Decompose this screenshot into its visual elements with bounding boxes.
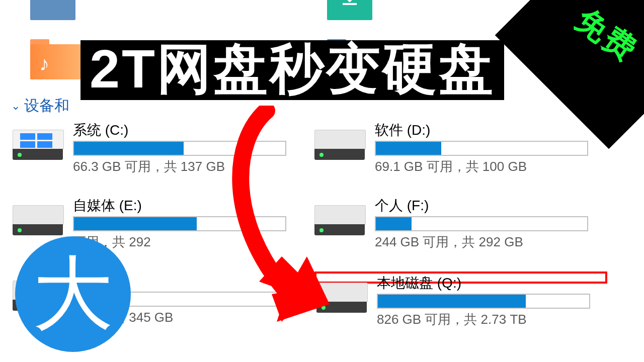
drive-q[interactable]: 本地磁盘 (Q:)826 GB 可用，共 2.73 TB bbox=[314, 272, 607, 284]
section-header-label: 设备和 bbox=[24, 96, 69, 116]
downloads-icon bbox=[327, 0, 372, 20]
drive-icon bbox=[314, 130, 365, 160]
drive-info: 66.3 GB 可用，共 137 GB bbox=[73, 158, 225, 175]
headline-text: 2T网盘秒变硬盘 bbox=[90, 38, 495, 99]
chevron-down-icon: ⌄ bbox=[11, 100, 20, 113]
drive-icon bbox=[13, 130, 63, 160]
circle-glyph: 大 bbox=[33, 254, 113, 334]
drive-info: 826 GB 可用，共 2.73 TB bbox=[377, 311, 527, 328]
drive-label: 自媒体 (E:) bbox=[73, 196, 142, 215]
drive-label: 本地磁盘 (Q:) bbox=[377, 274, 461, 293]
music-folder-icon[interactable]: ♪ bbox=[30, 39, 80, 79]
drive-usage-bar bbox=[375, 216, 588, 231]
drive-usage-bar bbox=[73, 141, 286, 156]
svg-rect-0 bbox=[343, 3, 357, 5]
svg-marker-1 bbox=[259, 256, 312, 322]
drive-info: 244 GB 可用，共 292 GB bbox=[375, 233, 523, 251]
channel-badge: 大 bbox=[15, 236, 131, 352]
documents-icon bbox=[30, 0, 75, 20]
drive-usage-bar bbox=[375, 141, 588, 156]
drive-label: 系统 (C:) bbox=[73, 121, 128, 140]
devices-drives-header[interactable]: ⌄ 设备和 bbox=[11, 96, 69, 116]
drive-icon bbox=[314, 205, 365, 235]
headline-banner: 2T网盘秒变硬盘 bbox=[80, 40, 504, 100]
drive-label: 软件 (D:) bbox=[375, 121, 430, 140]
drive-label: 个人 (F:) bbox=[375, 196, 429, 215]
drive-icon bbox=[13, 205, 63, 235]
drive-info: 69.1 GB 可用，共 100 GB bbox=[375, 158, 527, 175]
drive-icon bbox=[316, 283, 367, 313]
drive-usage-bar bbox=[73, 216, 286, 231]
drive-usage-bar bbox=[377, 294, 590, 309]
